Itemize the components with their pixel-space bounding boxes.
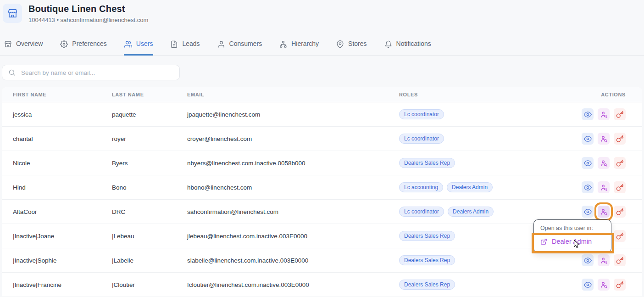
role-badge: Dealers Sales Rep (399, 158, 455, 168)
eye-icon (584, 111, 592, 118)
cell-first-name: Nicole (13, 160, 112, 167)
table-row: |Inactive|Francine|Cloutierfcloutier@lin… (2, 273, 642, 297)
open-as-user-button[interactable] (598, 133, 610, 145)
tab-bar: OverviewPreferencesUsersLeadsConsumersHi… (0, 36, 644, 56)
cell-last-name: DRC (112, 208, 187, 215)
role-badge: Lc accounting (399, 182, 443, 192)
key-icon (616, 135, 624, 143)
reset-password-button[interactable] (614, 206, 626, 218)
tab-label: Stores (348, 40, 366, 47)
tab-users[interactable]: Users (124, 36, 154, 56)
reset-password-button[interactable] (614, 230, 626, 242)
cell-email: slabelle@linenchest.com.inactive.003E000… (187, 257, 399, 264)
reset-password-button[interactable] (614, 157, 626, 169)
cell-email: nbyers@linenchest.com.inactive.0058b000 (187, 160, 399, 167)
user-search-icon (600, 208, 608, 216)
view-user-button[interactable] (582, 206, 594, 218)
eye-icon (584, 208, 592, 216)
table-row: jessicapaquettejpaquette@linenchest.comL… (2, 102, 642, 127)
view-user-button[interactable] (582, 133, 594, 145)
tab-label: Users (136, 40, 153, 47)
popup-item-dealer-admin[interactable]: Dealer Admin (534, 235, 611, 248)
cell-last-name: Bono (112, 184, 187, 191)
account-header-text: Boutique Linen Chest 10044413 • sahconfi… (28, 4, 148, 23)
open-as-user-button[interactable] (598, 108, 610, 120)
key-icon (616, 184, 624, 191)
tab-label: Consumers (229, 40, 262, 47)
cell-first-name: |Inactive|Sophie (13, 257, 112, 264)
cell-roles: Dealers Sales Rep (399, 280, 561, 290)
cell-last-name: paquette (112, 111, 187, 118)
cell-email: hbono@linenchest.com (187, 184, 399, 191)
tab-stores[interactable]: Stores (336, 36, 367, 56)
key-icon (616, 281, 624, 289)
cell-email: croyer@linenchest.com (187, 135, 399, 142)
user-search-icon (600, 135, 608, 143)
reset-password-button[interactable] (614, 254, 626, 266)
cell-actions (561, 279, 626, 291)
cell-roles: Dealers Sales Rep (399, 158, 561, 168)
view-user-button[interactable] (582, 157, 594, 169)
view-user-button[interactable] (582, 108, 594, 120)
column-header-roles: ROLES (399, 92, 561, 97)
open-as-user-button[interactable] (598, 181, 610, 193)
tab-notifications[interactable]: Notifications (384, 36, 432, 56)
tab-leads[interactable]: Leads (170, 36, 200, 56)
cell-last-name: royer (112, 135, 187, 142)
table-body: jessicapaquettejpaquette@linenchest.comL… (2, 102, 642, 297)
open-as-user-button[interactable] (598, 206, 610, 218)
tab-hierarchy[interactable]: Hierarchy (279, 36, 319, 56)
popup-item-label: Dealer Admin (552, 238, 592, 245)
table-row: HindBonohbono@linenchest.comLc accountin… (2, 175, 642, 200)
eye-icon (584, 159, 592, 167)
table-header: FIRST NAMELAST NAMEEMAILROLESACTIONS (2, 87, 642, 102)
cell-roles: Lc coordinator (399, 109, 561, 119)
cell-roles: Lc accountingDealers Admin (399, 182, 561, 192)
cell-last-name: |Lebeau (112, 233, 187, 240)
role-badge: Dealers Sales Rep (399, 280, 455, 290)
external-link-icon (540, 238, 547, 245)
user-search-icon (600, 281, 608, 289)
cell-last-name: Byers (112, 160, 187, 167)
key-icon (616, 232, 624, 240)
cell-roles: Lc coordinatorDealers Admin (399, 207, 561, 217)
tab-label: Hierarchy (291, 40, 319, 47)
user-search-icon (600, 257, 608, 264)
view-user-button[interactable] (582, 279, 594, 291)
reset-password-button[interactable] (614, 133, 626, 145)
cell-actions (561, 157, 626, 169)
open-as-popup: Open as this user in: Dealer Admin (533, 219, 611, 253)
tab-label: Notifications (396, 40, 431, 47)
tab-consumers[interactable]: Consumers (217, 36, 263, 56)
eye-icon (584, 184, 592, 191)
map-pin-icon (336, 40, 344, 48)
user-search-icon (600, 111, 608, 118)
view-user-button[interactable] (582, 181, 594, 193)
cell-actions (561, 254, 626, 266)
cell-email: fcloutier@linenchest.com.inactive.003E00… (187, 281, 399, 288)
account-logo (3, 4, 22, 23)
account-subtitle: 10044413 • sahconfirmation@linenchest.co… (28, 17, 148, 23)
open-as-user-button[interactable] (598, 279, 610, 291)
view-user-button[interactable] (582, 254, 594, 266)
cell-roles: Dealers Sales Rep (399, 255, 561, 265)
tab-overview[interactable]: Overview (4, 36, 43, 56)
column-header-email: EMAIL (187, 92, 399, 97)
key-icon (616, 111, 624, 118)
reset-password-button[interactable] (614, 279, 626, 291)
reset-password-button[interactable] (614, 108, 626, 120)
column-header-actions: ACTIONS (561, 92, 626, 97)
search-input[interactable] (20, 69, 173, 77)
reset-password-button[interactable] (614, 181, 626, 193)
user-search-icon (600, 184, 608, 191)
column-header-last: LAST NAME (112, 92, 187, 97)
users-icon (124, 40, 132, 48)
popup-title: Open as this user in: (534, 224, 611, 235)
tab-preferences[interactable]: Preferences (60, 36, 107, 56)
open-as-user-button[interactable] (598, 254, 610, 266)
open-as-user-button[interactable] (598, 157, 610, 169)
role-badge: Dealers Admin (447, 182, 493, 192)
cell-first-name: jessica (13, 111, 112, 118)
cell-last-name: |Labelle (112, 257, 187, 264)
role-badge: Lc coordinator (399, 109, 444, 119)
